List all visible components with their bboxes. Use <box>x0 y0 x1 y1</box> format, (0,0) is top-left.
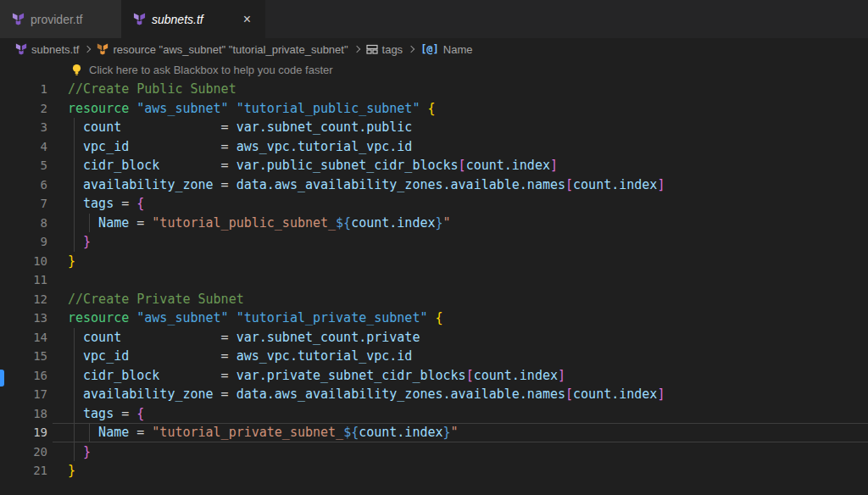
code-line[interactable]: 14 count = var.subnet_count.private <box>0 328 868 348</box>
indent-guide <box>74 328 75 348</box>
code-line[interactable]: 15 vpc_id = aws_vpc.tutorial_vpc.id <box>0 347 868 366</box>
code-text: Name = "tutorial_public_subnet_${count.i… <box>47 214 868 233</box>
line-number: 6 <box>0 175 47 195</box>
code-text <box>47 270 868 290</box>
indent-guide <box>74 232 75 252</box>
breadcrumb-tags[interactable]: tags <box>366 43 403 56</box>
line-number: 2 <box>0 99 47 119</box>
tab-label: subnets.tf <box>152 13 203 26</box>
terraform-file-icon <box>15 43 27 55</box>
indent-guide <box>74 347 75 366</box>
code-text: count = var.subnet_count.private <box>47 328 868 348</box>
line-number: 9 <box>0 232 47 252</box>
code-editor[interactable]: 1//Create Public Subnet2resource "aws_su… <box>0 80 868 481</box>
code-line[interactable]: 11 <box>0 270 868 290</box>
code-line[interactable]: 7 tags = { <box>0 194 868 214</box>
hint-text: Click here to ask Blackbox to help you c… <box>89 64 333 76</box>
code-text: } <box>47 232 868 252</box>
code-line[interactable]: 19 Name = "tutorial_private_subnet_${cou… <box>0 423 868 442</box>
chevron-right-icon <box>84 46 91 53</box>
tab-provider-tf[interactable]: provider.tf <box>0 0 121 38</box>
chevron-right-icon <box>353 46 359 53</box>
symbol-property-icon: [@] <box>420 43 439 55</box>
indent-guide <box>74 442 75 462</box>
terraform-icon <box>133 13 146 25</box>
code-lines: 1//Create Public Subnet2resource "aws_su… <box>0 80 868 481</box>
line-number: 5 <box>0 156 47 175</box>
line-number: 17 <box>0 385 47 404</box>
line-number: 14 <box>0 328 47 348</box>
indent-guide <box>74 214 75 233</box>
code-line[interactable]: 13resource "aws_subnet" "tutorial_privat… <box>0 309 868 328</box>
code-line[interactable]: 10} <box>0 252 868 271</box>
code-text: } <box>47 461 868 481</box>
code-text: } <box>47 442 868 462</box>
indent-guide <box>74 404 75 424</box>
indent-guide <box>74 385 75 404</box>
code-line[interactable]: 6 availability_zone = data.aws_availabil… <box>0 175 868 195</box>
indent-guide <box>89 423 90 442</box>
code-line[interactable]: 16 cidr_block = var.private_subnet_cidr_… <box>0 366 868 386</box>
line-number: 20 <box>0 442 47 462</box>
tab-label: provider.tf <box>31 13 82 26</box>
code-text: //Create Private Subnet <box>47 290 868 309</box>
line-number: 11 <box>0 270 47 290</box>
tab-bar: provider.tf subnets.tf × <box>0 0 868 38</box>
line-number: 18 <box>0 404 47 424</box>
code-line[interactable]: 12//Create Private Subnet <box>0 290 868 309</box>
tab-subnets-tf[interactable]: subnets.tf × <box>121 0 265 38</box>
line-number: 1 <box>0 80 47 99</box>
indent-guide <box>74 423 75 442</box>
close-icon[interactable]: × <box>241 12 253 27</box>
code-line[interactable]: 1//Create Public Subnet <box>0 80 868 99</box>
code-line[interactable]: 9 } <box>0 232 868 252</box>
code-text: availability_zone = data.aws_availabilit… <box>47 385 868 404</box>
code-line[interactable]: 2resource "aws_subnet" "tutorial_public_… <box>0 99 868 119</box>
indent-guide <box>74 366 75 386</box>
indent-guide <box>74 137 75 157</box>
code-line[interactable]: 3 count = var.subnet_count.public <box>0 118 868 137</box>
breadcrumb: subnets.tf resource "aws_subnet" "tutori… <box>0 38 868 60</box>
code-text: vpc_id = aws_vpc.tutorial_vpc.id <box>47 347 868 366</box>
line-number: 4 <box>0 137 47 157</box>
gutter-highlight-marker[interactable] <box>0 370 4 387</box>
code-line[interactable]: 5 cidr_block = var.public_subnet_cidr_bl… <box>0 156 868 175</box>
code-line[interactable]: 20 } <box>0 442 868 462</box>
line-number: 19 <box>0 423 47 442</box>
code-text: resource "aws_subnet" "tutorial_public_s… <box>47 99 868 119</box>
line-number: 10 <box>0 252 47 271</box>
code-text: Name = "tutorial_private_subnet_${count.… <box>47 423 868 442</box>
code-text: vpc_id = aws_vpc.tutorial_vpc.id <box>47 137 868 157</box>
code-text: //Create Public Subnet <box>47 80 868 99</box>
line-number: 3 <box>0 118 47 137</box>
code-line[interactable]: 4 vpc_id = aws_vpc.tutorial_vpc.id <box>0 137 868 157</box>
indent-guide <box>89 214 90 233</box>
breadcrumb-file[interactable]: subnets.tf <box>15 43 79 56</box>
code-line[interactable]: 17 availability_zone = data.aws_availabi… <box>0 385 868 404</box>
indent-guide <box>74 156 75 175</box>
breadcrumb-resource[interactable]: resource "aws_subnet" "tutorial_private_… <box>97 43 348 56</box>
code-text: availability_zone = data.aws_availabilit… <box>47 175 868 195</box>
code-line[interactable]: 21} <box>0 461 868 481</box>
code-line[interactable]: 18 tags = { <box>0 404 868 424</box>
blackbox-hint[interactable]: Click here to ask Blackbox to help you c… <box>0 60 868 80</box>
indent-guide <box>74 175 75 195</box>
line-number: 7 <box>0 194 47 214</box>
code-text: tags = { <box>47 194 868 214</box>
symbol-object-icon <box>366 43 378 55</box>
code-text: count = var.subnet_count.public <box>47 118 868 137</box>
code-text: resource "aws_subnet" "tutorial_private_… <box>47 309 868 328</box>
terraform-icon <box>12 13 25 25</box>
terraform-resource-icon <box>97 43 108 55</box>
code-text: } <box>47 252 868 271</box>
line-number: 15 <box>0 347 47 366</box>
code-line[interactable]: 8 Name = "tutorial_public_subnet_${count… <box>0 214 868 233</box>
line-number: 8 <box>0 214 47 233</box>
indent-guide <box>74 194 75 214</box>
code-text: cidr_block = var.private_subnet_cidr_blo… <box>47 366 868 386</box>
line-number: 21 <box>0 461 47 481</box>
lightbulb-icon <box>71 64 82 76</box>
code-text: cidr_block = var.public_subnet_cidr_bloc… <box>47 156 868 175</box>
breadcrumb-name[interactable]: [@] Name <box>420 43 472 56</box>
line-number: 16 <box>0 366 47 386</box>
